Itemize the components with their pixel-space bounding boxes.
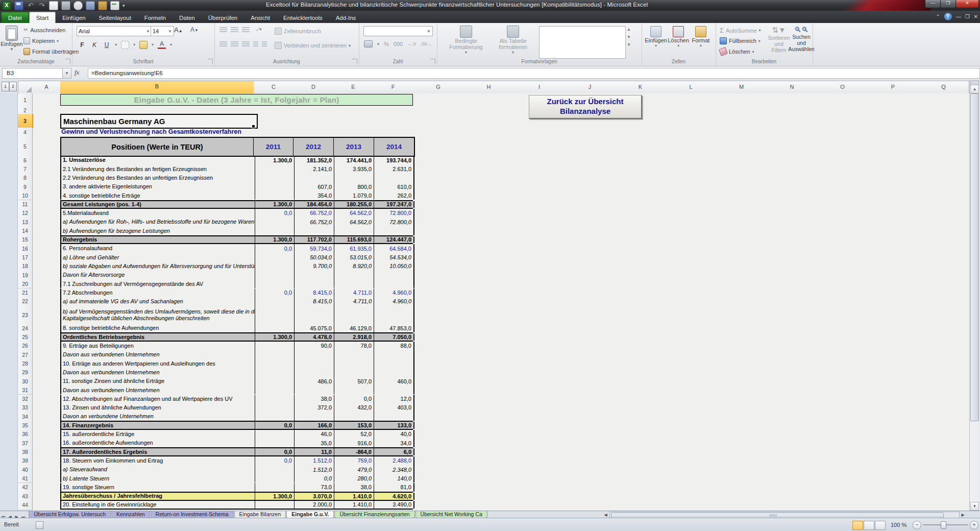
sheet-tab-return-on-investment-schema[interactable]: Return-on Investment-Schema <box>151 511 234 518</box>
value-cell[interactable] <box>294 359 334 368</box>
row-label-cell[interactable]: 16. außerordentliche Aufwendungen <box>60 439 255 447</box>
row-header-37[interactable]: 37 <box>18 439 33 448</box>
row-header-12[interactable]: 12 <box>18 209 33 218</box>
value-cell[interactable]: 1.410,0 <box>334 493 374 500</box>
help-icon[interactable]: ? <box>944 13 952 20</box>
row-header-42[interactable]: 42 <box>18 483 33 492</box>
workbook-minimize-icon[interactable]: — <box>956 14 961 19</box>
row-header-23[interactable]: 23 <box>18 306 33 324</box>
row-header-24[interactable]: 24 <box>18 324 33 333</box>
column-header-D[interactable]: D <box>293 81 334 94</box>
column-header-A[interactable]: A <box>33 81 61 94</box>
value-cell[interactable]: 9.700,0 <box>294 262 334 271</box>
clipboard-dialog-launcher[interactable] <box>65 59 70 64</box>
value-cell[interactable]: 0,0 <box>255 456 294 465</box>
value-cell[interactable]: 0,0 <box>255 448 294 455</box>
row-label-cell[interactable]: b) Aufwendungen für bezogene Leistungen <box>60 226 255 235</box>
row-label-cell[interactable]: 7.1 Zuschreibungen auf Vermögensgegenstä… <box>60 279 255 288</box>
row-label-cell[interactable]: b) soziale Abgaben und Aufwendungen für … <box>60 262 255 271</box>
format-cells-button[interactable]: Format ▾ <box>690 26 712 48</box>
font-name-combo[interactable]: Arial▼ <box>77 26 152 36</box>
row-label-cell[interactable]: 6. Personalaufwand <box>60 244 255 253</box>
value-cell[interactable]: 2.141,0 <box>294 164 334 173</box>
row-label-cell[interactable]: a) Aufwendungen für Roh-, Hilfs- und Bet… <box>60 218 255 226</box>
value-cell[interactable] <box>374 271 414 279</box>
font-size-combo[interactable]: 14▼ <box>151 26 174 36</box>
ribbon-tab-start[interactable]: Start <box>29 12 56 23</box>
number-format-combo[interactable]: ▼ <box>363 26 433 36</box>
value-cell[interactable]: 1.079,0 <box>334 191 374 200</box>
value-cell[interactable]: 4.620,0 <box>374 493 414 500</box>
value-cell[interactable] <box>255 262 294 271</box>
outline-level-2-button[interactable]: 2 <box>9 82 17 91</box>
value-cell[interactable]: 73,0 <box>294 483 334 492</box>
align-right-icon[interactable] <box>242 41 250 47</box>
value-cell[interactable]: 10.050,0 <box>374 262 414 271</box>
row-label-cell[interactable]: 12. Abschreibungen auf Finanzanlagen und… <box>60 395 255 403</box>
value-cell[interactable]: 88,0 <box>374 342 414 350</box>
value-cell[interactable]: 1.300,0 <box>255 333 294 340</box>
value-cell[interactable] <box>334 350 374 359</box>
value-cell[interactable] <box>334 359 374 368</box>
value-cell[interactable]: 45.075,0 <box>294 324 334 332</box>
gallery-up-icon[interactable]: ▲ <box>627 27 631 32</box>
value-cell[interactable]: 34,0 <box>374 439 414 447</box>
value-cell[interactable]: 403,0 <box>374 403 414 412</box>
font-dialog-launcher[interactable] <box>208 59 213 64</box>
number-dialog-launcher[interactable] <box>430 59 435 64</box>
row-label-cell[interactable]: 3. andere aktivierte Eigenleistungen <box>60 182 255 191</box>
row-header-32[interactable]: 32 <box>18 395 33 404</box>
column-header-O[interactable]: O <box>817 81 868 94</box>
value-cell[interactable] <box>374 412 414 421</box>
name-box[interactable]: B3 <box>2 68 66 79</box>
row-header-4[interactable]: 4 <box>18 128 33 137</box>
value-cell[interactable] <box>255 474 294 482</box>
value-cell[interactable]: 64.562,0 <box>334 209 374 218</box>
window-maximize-button[interactable]: ❐ <box>940 0 956 8</box>
row-header-38[interactable]: 38 <box>18 447 33 456</box>
value-cell[interactable] <box>255 385 294 394</box>
bold-button[interactable]: F <box>78 41 86 49</box>
row-header-30[interactable]: 30 <box>18 377 33 386</box>
value-cell[interactable]: 12,0 <box>374 395 414 403</box>
value-cell[interactable]: 115.693,0 <box>334 236 374 243</box>
row-label-cell[interactable]: 5.Materialaufwand <box>60 209 255 218</box>
value-cell[interactable]: 66.752,0 <box>294 218 334 226</box>
value-cell[interactable] <box>255 395 294 403</box>
value-cell[interactable] <box>374 279 414 288</box>
row-header-36[interactable]: 36 <box>18 430 33 439</box>
conditional-formatting-button[interactable]: Bedingte Formatierung ▾ <box>444 26 488 55</box>
zoom-slider-thumb[interactable] <box>941 521 946 529</box>
value-cell[interactable]: 2.000,0 <box>294 501 334 509</box>
borders-button[interactable] <box>121 41 129 49</box>
value-cell[interactable]: 66.752,0 <box>294 209 334 218</box>
delete-cells-button[interactable]: Löschen ▾ <box>668 26 689 48</box>
percent-style-button[interactable]: % <box>384 41 389 47</box>
increase-indent-icon[interactable] <box>262 41 267 47</box>
row-header-3[interactable]: 3 <box>18 114 33 128</box>
ribbon-tab--berpr-fen[interactable]: Überprüfen <box>202 12 244 23</box>
ribbon-tab-einf-gen[interactable]: Einfügen <box>56 12 92 23</box>
value-cell[interactable]: -864,0 <box>334 448 374 455</box>
vertical-scroll-thumb[interactable] <box>970 93 979 421</box>
grow-font-button[interactable]: A▲ <box>174 26 183 34</box>
value-cell[interactable]: 181.352,0 <box>294 156 334 164</box>
value-cell[interactable] <box>294 368 334 377</box>
value-cell[interactable] <box>255 377 294 385</box>
value-cell[interactable]: 372,0 <box>294 403 334 412</box>
value-cell[interactable]: 50.034,0 <box>294 253 334 261</box>
increase-decimal-icon[interactable]: ←,0 <box>407 41 416 46</box>
value-cell[interactable] <box>374 350 414 359</box>
ribbon-tab-datei[interactable]: Datei <box>1 12 29 23</box>
value-cell[interactable] <box>255 297 294 306</box>
zoom-in-button[interactable]: + <box>970 521 978 529</box>
row-header-18[interactable]: 18 <box>18 262 33 271</box>
row-header-31[interactable]: 31 <box>18 385 33 395</box>
value-cell[interactable] <box>255 174 294 182</box>
value-cell[interactable] <box>255 342 294 350</box>
row-header-28[interactable]: 28 <box>18 359 33 368</box>
row-label-cell[interactable]: Davon aus verbundenen Unternehmen <box>60 385 255 394</box>
row-header-16[interactable]: 16 <box>18 244 33 253</box>
decrease-indent-icon[interactable] <box>253 41 258 47</box>
fill-button[interactable]: Füllbereich▾ <box>720 37 761 44</box>
